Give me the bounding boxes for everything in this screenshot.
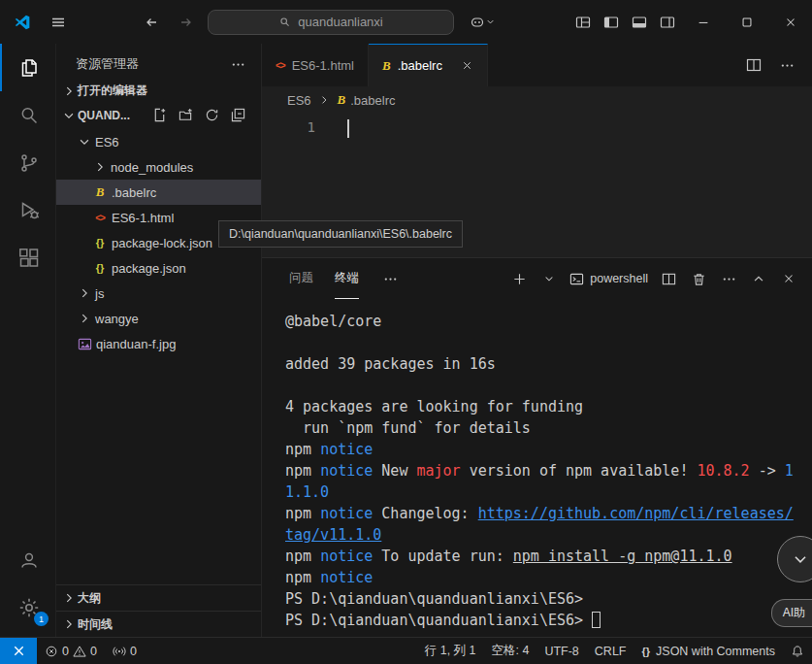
source-control-icon[interactable] bbox=[0, 139, 55, 186]
minimize-button[interactable] bbox=[681, 0, 725, 44]
customize-layout-icon[interactable] bbox=[568, 8, 597, 36]
terminal-line: run `npm fund` for details bbox=[285, 417, 804, 439]
panel-more-actions-icon[interactable] bbox=[719, 269, 738, 288]
account-icon[interactable] bbox=[0, 536, 55, 583]
vscode-logo bbox=[14, 14, 31, 31]
back-arrow-icon[interactable] bbox=[138, 9, 165, 36]
close-panel-icon[interactable] bbox=[779, 269, 798, 288]
toggle-panel-icon[interactable] bbox=[625, 8, 653, 36]
cursor-position-status[interactable]: 行 1, 列 1 bbox=[417, 638, 484, 664]
tree-item-package.json[interactable]: {}package.json bbox=[56, 255, 261, 281]
sidebar-title: 资源管理器 bbox=[76, 55, 228, 73]
tree-item-.babelrc[interactable]: B.babelrc bbox=[56, 180, 261, 205]
settings-gear-icon[interactable]: 1 bbox=[0, 583, 55, 631]
activity-bar: 1 bbox=[0, 44, 56, 637]
tree-item-qianduan-f.jpg[interactable]: qianduan-f.jpg bbox=[56, 331, 261, 356]
workspace-label: QUAND... bbox=[78, 109, 130, 122]
eol-status[interactable]: CRLF bbox=[587, 638, 634, 664]
breadcrumb[interactable]: ES6 B .babelrc bbox=[262, 86, 812, 114]
editor-more-actions-icon[interactable] bbox=[777, 55, 796, 75]
close-tab-icon[interactable] bbox=[461, 59, 473, 72]
sidebar-bottom-sections: 大纲 时间线 bbox=[56, 584, 261, 637]
tree-item-js[interactable]: js bbox=[56, 281, 261, 306]
panel-tab-problems[interactable]: 问题 bbox=[289, 258, 313, 299]
problems-status[interactable]: 0 0 bbox=[37, 638, 105, 664]
forward-arrow-icon[interactable] bbox=[173, 9, 200, 36]
warning-icon bbox=[73, 645, 86, 658]
language-status[interactable]: {} JSON with Comments bbox=[633, 638, 783, 664]
sidebar-header: 资源管理器 bbox=[56, 44, 261, 79]
terminal-line: npm notice bbox=[285, 439, 804, 460]
chevron-right-icon bbox=[60, 591, 77, 605]
breadcrumb-file[interactable]: .babelrc bbox=[350, 93, 395, 108]
path-tooltip: D:\qianduan\quanduanlianxi\ES6\.babelrc bbox=[218, 220, 463, 248]
maximize-button[interactable] bbox=[725, 0, 768, 44]
split-editor-icon[interactable] bbox=[744, 55, 763, 75]
command-center-search[interactable]: quanduanlianxi bbox=[208, 10, 454, 35]
run-debug-icon[interactable] bbox=[0, 186, 55, 234]
toggle-secondary-sidebar-icon[interactable] bbox=[653, 8, 681, 36]
html-file-icon: <> bbox=[276, 60, 285, 71]
menu-icon[interactable] bbox=[49, 13, 68, 32]
tab-es6-1-html[interactable]: <> ES6-1.html bbox=[262, 44, 369, 86]
chevron-right-icon bbox=[76, 286, 92, 300]
refresh-icon[interactable] bbox=[202, 106, 221, 125]
chevron-right-icon bbox=[76, 312, 92, 325]
maximize-panel-icon[interactable] bbox=[749, 269, 768, 288]
section-open-editors[interactable]: 打开的编辑器 bbox=[56, 79, 261, 103]
tree-item-ES6[interactable]: ES6 bbox=[56, 129, 261, 154]
toggle-sidebar-icon[interactable] bbox=[597, 8, 625, 36]
close-window-button[interactable] bbox=[768, 0, 812, 44]
tree-item-label: ES6 bbox=[95, 135, 119, 149]
launch-profile-chevron-icon[interactable] bbox=[539, 269, 559, 288]
section-workspace[interactable]: QUAND... bbox=[56, 103, 261, 127]
views-more-actions-icon[interactable] bbox=[228, 54, 247, 74]
ports-status[interactable]: 0 bbox=[105, 638, 145, 664]
chevron-right-icon bbox=[91, 160, 108, 174]
encoding-status[interactable]: UTF-8 bbox=[536, 638, 586, 664]
terminal-line: npm notice bbox=[285, 567, 804, 588]
tree-item-label: js bbox=[95, 286, 104, 301]
terminal-actions: powershell bbox=[509, 269, 798, 288]
tree-item-label: qianduan-f.jpg bbox=[96, 337, 176, 351]
extensions-icon[interactable] bbox=[0, 234, 55, 282]
indentation-status[interactable]: 空格: 4 bbox=[484, 638, 537, 664]
chevron-down-icon bbox=[792, 550, 809, 568]
terminal-line bbox=[285, 332, 804, 353]
tab-label: .babelrc bbox=[398, 58, 442, 73]
settings-badge: 1 bbox=[34, 612, 49, 626]
split-terminal-icon[interactable] bbox=[659, 269, 678, 288]
babel-file-icon: B bbox=[382, 58, 391, 74]
terminal-line: tag/v11.1.0 bbox=[285, 524, 804, 546]
collapse-all-icon[interactable] bbox=[228, 106, 247, 125]
panel-tab-terminal[interactable]: 终端 bbox=[335, 258, 359, 299]
explorer-icon[interactable] bbox=[0, 44, 55, 91]
main-area: 1 资源管理器 打开的编辑器 QUAND bbox=[0, 44, 812, 637]
tree-item-wangye[interactable]: wangye bbox=[56, 306, 261, 331]
tree-item-label: .babelrc bbox=[112, 185, 156, 200]
terminal-output[interactable]: @babel/core added 39 packages in 16s 4 p… bbox=[262, 299, 812, 637]
panel-header: 问题 终端 powershell bbox=[262, 258, 812, 299]
new-folder-icon[interactable] bbox=[176, 106, 195, 125]
section-outline[interactable]: 大纲 bbox=[56, 584, 261, 611]
copilot-button[interactable] bbox=[470, 15, 496, 30]
warning-count: 0 bbox=[90, 645, 97, 658]
panel-more-tabs-icon[interactable] bbox=[380, 269, 400, 288]
tree-item-node_modules[interactable]: node_modules bbox=[56, 154, 261, 180]
tab-babelrc[interactable]: B .babelrc bbox=[369, 44, 488, 86]
search-view-icon[interactable] bbox=[0, 91, 55, 139]
new-terminal-icon[interactable] bbox=[509, 269, 529, 288]
json-file-icon: {} bbox=[96, 237, 105, 249]
notifications-bell-icon[interactable] bbox=[783, 638, 812, 664]
ai-assistant-tag[interactable]: AI助 bbox=[771, 599, 812, 627]
remote-indicator[interactable] bbox=[0, 638, 37, 664]
terminal-line: npm notice Changelog: https://github.com… bbox=[285, 503, 804, 524]
kill-terminal-icon[interactable] bbox=[689, 269, 708, 288]
terminal-instance-powershell[interactable]: powershell bbox=[569, 272, 648, 286]
section-label: 大纲 bbox=[78, 590, 101, 607]
chevron-right-icon bbox=[316, 94, 333, 106]
editor-caret bbox=[347, 119, 349, 138]
section-timeline[interactable]: 时间线 bbox=[56, 611, 261, 637]
breadcrumb-folder[interactable]: ES6 bbox=[287, 93, 311, 108]
new-file-icon[interactable] bbox=[149, 106, 169, 125]
